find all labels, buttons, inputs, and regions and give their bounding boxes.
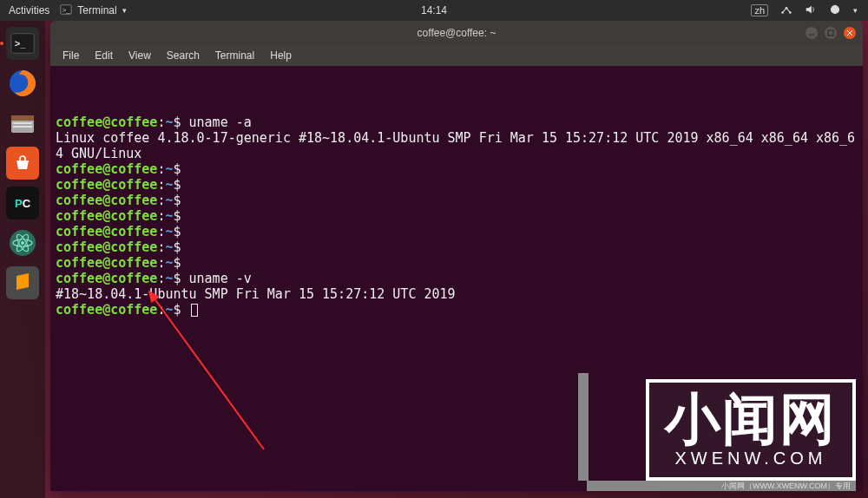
window-title: coffee@coffee: ~	[418, 27, 496, 39]
activities-button[interactable]: Activities	[9, 4, 49, 16]
software-icon	[6, 147, 39, 180]
prompt-line: coffee@coffee:~$	[56, 224, 858, 239]
prompt-line: coffee@coffee:~$ uname -a	[56, 115, 858, 130]
chevron-down-icon[interactable]: ▾	[853, 6, 858, 15]
gnome-topbar: Activities >_ Terminal ▾ 14:14 zh ▾	[0, 0, 868, 21]
output-line: Linux coffee 4.18.0-17-generic #18~18.04…	[56, 130, 858, 161]
prompt-line: coffee@coffee:~$	[56, 255, 858, 271]
watermark-sub: XWENW.COM	[665, 449, 837, 469]
terminal-icon: >_	[6, 27, 39, 60]
files-icon	[6, 107, 39, 140]
sublime-icon	[6, 266, 39, 299]
prompt-line: coffee@coffee:~$ uname -v	[56, 271, 858, 286]
clock[interactable]: 14:14	[421, 4, 447, 16]
terminal-icon: >_	[60, 3, 72, 18]
watermark: 小闻网 XWENW.COM	[646, 379, 856, 481]
keyboard-layout-icon[interactable]: zh	[751, 4, 768, 16]
svg-text:>_: >_	[15, 38, 27, 49]
svg-rect-13	[13, 126, 32, 128]
prompt-line: coffee@coffee:~$	[56, 161, 858, 177]
svg-text:>_: >_	[62, 5, 71, 13]
menubar: File Edit View Search Terminal Help	[50, 45, 863, 66]
menu-edit[interactable]: Edit	[88, 48, 120, 63]
dock-item-software[interactable]	[5, 146, 40, 180]
menu-view[interactable]: View	[122, 48, 158, 63]
firefox-icon	[6, 67, 39, 100]
dock-item-files[interactable]	[5, 106, 40, 141]
menu-help[interactable]: Help	[263, 48, 299, 63]
chevron-down-icon: ▾	[122, 6, 127, 15]
prompt-line: coffee@coffee:~$	[56, 208, 858, 224]
power-icon[interactable]	[829, 3, 841, 18]
dock-item-firefox[interactable]	[5, 66, 40, 101]
maximize-button[interactable]	[825, 27, 837, 39]
dock-item-pycharm[interactable]: PC	[5, 186, 40, 220]
atom-icon	[6, 226, 39, 259]
pycharm-icon: PC	[6, 187, 39, 220]
prompt-line: coffee@coffee:~$	[56, 193, 858, 208]
prompt-line: coffee@coffee:~$	[56, 177, 858, 193]
svg-rect-20	[828, 30, 833, 36]
prompt-line: coffee@coffee:~$	[56, 302, 858, 318]
dock-item-sublime[interactable]	[5, 265, 40, 300]
svg-rect-11	[11, 115, 34, 121]
volume-icon[interactable]	[805, 3, 817, 18]
svg-point-18	[21, 241, 24, 245]
prompt-line: coffee@coffee:~$	[56, 239, 858, 255]
output-line: #18~18.04.1-Ubuntu SMP Fri Mar 15 15:27:…	[56, 286, 858, 302]
window-titlebar[interactable]: coffee@coffee: ~	[50, 21, 863, 45]
menu-search[interactable]: Search	[160, 48, 207, 63]
network-icon[interactable]	[780, 3, 792, 18]
minimize-button[interactable]	[806, 27, 818, 39]
watermark-strip: 小闻网（WWW.XWENW.COM）专用	[587, 481, 856, 491]
app-menu[interactable]: >_ Terminal ▾	[60, 3, 126, 18]
close-button[interactable]	[844, 27, 856, 39]
cursor	[191, 304, 198, 317]
dock-item-terminal[interactable]: >_	[5, 26, 40, 61]
dock-item-atom[interactable]	[5, 226, 40, 260]
dock: >_ PC	[0, 21, 45, 498]
svg-rect-12	[13, 122, 32, 124]
menu-terminal[interactable]: Terminal	[208, 48, 261, 63]
watermark-side	[578, 373, 589, 481]
watermark-main: 小闻网	[665, 388, 837, 450]
menu-file[interactable]: File	[56, 48, 86, 63]
app-menu-label: Terminal	[77, 4, 116, 16]
